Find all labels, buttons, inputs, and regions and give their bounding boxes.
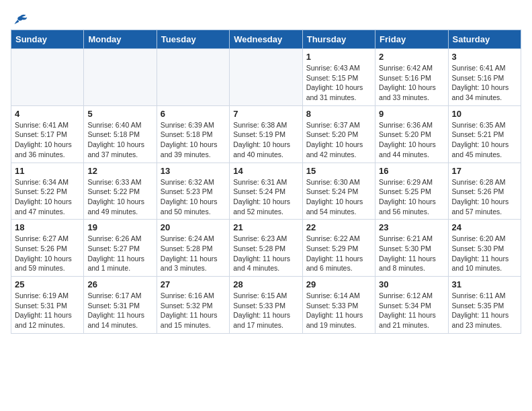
calendar-cell: 10Sunrise: 6:35 AM Sunset: 5:21 PM Dayli… bbox=[448, 105, 521, 163]
calendar-cell: 28Sunrise: 6:15 AM Sunset: 5:33 PM Dayli… bbox=[230, 277, 302, 334]
calendar-cell: 11Sunrise: 6:34 AM Sunset: 5:22 PM Dayli… bbox=[11, 163, 84, 220]
day-info: Sunrise: 6:23 AM Sunset: 5:28 PM Dayligh… bbox=[233, 234, 298, 273]
day-info: Sunrise: 6:30 AM Sunset: 5:24 PM Dayligh… bbox=[306, 177, 371, 217]
day-info: Sunrise: 6:24 AM Sunset: 5:28 PM Dayligh… bbox=[161, 234, 226, 273]
calendar-cell: 6Sunrise: 6:39 AM Sunset: 5:18 PM Daylig… bbox=[157, 105, 229, 163]
day-number: 7 bbox=[233, 109, 298, 119]
logo bbox=[11, 11, 28, 24]
day-number: 26 bbox=[87, 279, 152, 289]
calendar-cell: 12Sunrise: 6:33 AM Sunset: 5:22 PM Dayli… bbox=[84, 163, 157, 220]
weekday-header: Monday bbox=[84, 30, 157, 49]
day-number: 1 bbox=[306, 52, 371, 62]
logo-bird-icon bbox=[12, 13, 28, 27]
calendar-cell: 18Sunrise: 6:27 AM Sunset: 5:26 PM Dayli… bbox=[11, 220, 84, 277]
day-number: 8 bbox=[306, 109, 371, 119]
day-number: 16 bbox=[379, 166, 444, 176]
calendar-cell: 24Sunrise: 6:20 AM Sunset: 5:30 PM Dayli… bbox=[448, 220, 521, 277]
day-number: 2 bbox=[379, 52, 444, 62]
day-info: Sunrise: 6:15 AM Sunset: 5:33 PM Dayligh… bbox=[233, 291, 298, 330]
weekday-header: Thursday bbox=[302, 30, 375, 49]
day-number: 21 bbox=[233, 222, 298, 232]
calendar-cell: 19Sunrise: 6:26 AM Sunset: 5:27 PM Dayli… bbox=[84, 220, 157, 277]
calendar-cell: 31Sunrise: 6:11 AM Sunset: 5:35 PM Dayli… bbox=[448, 277, 521, 334]
day-info: Sunrise: 6:22 AM Sunset: 5:29 PM Dayligh… bbox=[306, 234, 371, 273]
calendar-table: SundayMondayTuesdayWednesdayThursdayFrid… bbox=[11, 30, 521, 334]
day-info: Sunrise: 6:26 AM Sunset: 5:27 PM Dayligh… bbox=[87, 234, 152, 273]
day-number: 3 bbox=[452, 52, 517, 62]
day-number: 18 bbox=[15, 222, 80, 232]
day-number: 15 bbox=[306, 166, 371, 176]
day-info: Sunrise: 6:41 AM Sunset: 5:17 PM Dayligh… bbox=[15, 120, 80, 160]
day-info: Sunrise: 6:16 AM Sunset: 5:32 PM Dayligh… bbox=[161, 291, 226, 330]
page-header bbox=[11, 11, 521, 24]
day-info: Sunrise: 6:34 AM Sunset: 5:22 PM Dayligh… bbox=[15, 177, 80, 217]
day-number: 17 bbox=[452, 166, 517, 176]
calendar-cell: 23Sunrise: 6:21 AM Sunset: 5:30 PM Dayli… bbox=[375, 220, 448, 277]
calendar-cell: 15Sunrise: 6:30 AM Sunset: 5:24 PM Dayli… bbox=[302, 163, 375, 220]
weekday-header: Sunday bbox=[11, 30, 84, 49]
day-info: Sunrise: 6:41 AM Sunset: 5:16 PM Dayligh… bbox=[452, 63, 517, 103]
calendar-cell: 3Sunrise: 6:41 AM Sunset: 5:16 PM Daylig… bbox=[448, 49, 521, 106]
calendar-cell: 16Sunrise: 6:29 AM Sunset: 5:25 PM Dayli… bbox=[375, 163, 448, 220]
calendar-cell: 27Sunrise: 6:16 AM Sunset: 5:32 PM Dayli… bbox=[157, 277, 229, 334]
day-number: 4 bbox=[15, 109, 80, 119]
calendar-cell: 7Sunrise: 6:38 AM Sunset: 5:19 PM Daylig… bbox=[230, 105, 302, 163]
calendar-cell: 29Sunrise: 6:14 AM Sunset: 5:33 PM Dayli… bbox=[302, 277, 375, 334]
calendar-cell: 8Sunrise: 6:37 AM Sunset: 5:20 PM Daylig… bbox=[302, 105, 375, 163]
day-number: 6 bbox=[161, 109, 226, 119]
day-number: 10 bbox=[452, 109, 517, 119]
calendar-cell: 22Sunrise: 6:22 AM Sunset: 5:29 PM Dayli… bbox=[302, 220, 375, 277]
calendar-cell: 14Sunrise: 6:31 AM Sunset: 5:24 PM Dayli… bbox=[230, 163, 302, 220]
day-info: Sunrise: 6:40 AM Sunset: 5:18 PM Dayligh… bbox=[87, 120, 152, 160]
calendar-cell: 4Sunrise: 6:41 AM Sunset: 5:17 PM Daylig… bbox=[11, 105, 84, 163]
day-info: Sunrise: 6:14 AM Sunset: 5:33 PM Dayligh… bbox=[306, 291, 371, 330]
week-row: 11Sunrise: 6:34 AM Sunset: 5:22 PM Dayli… bbox=[11, 163, 521, 220]
day-info: Sunrise: 6:36 AM Sunset: 5:20 PM Dayligh… bbox=[379, 120, 444, 160]
day-info: Sunrise: 6:33 AM Sunset: 5:22 PM Dayligh… bbox=[87, 177, 152, 217]
day-number: 20 bbox=[161, 222, 226, 232]
calendar-cell: 17Sunrise: 6:28 AM Sunset: 5:26 PM Dayli… bbox=[448, 163, 521, 220]
week-row: 1Sunrise: 6:43 AM Sunset: 5:15 PM Daylig… bbox=[11, 49, 521, 106]
day-number: 25 bbox=[15, 279, 80, 289]
day-info: Sunrise: 6:27 AM Sunset: 5:26 PM Dayligh… bbox=[15, 234, 80, 273]
day-number: 5 bbox=[87, 109, 152, 119]
day-number: 31 bbox=[452, 279, 517, 289]
day-number: 24 bbox=[452, 222, 517, 232]
day-info: Sunrise: 6:12 AM Sunset: 5:34 PM Dayligh… bbox=[379, 291, 444, 330]
calendar-cell: 13Sunrise: 6:32 AM Sunset: 5:23 PM Dayli… bbox=[157, 163, 229, 220]
weekday-header: Friday bbox=[375, 30, 448, 49]
calendar-cell: 20Sunrise: 6:24 AM Sunset: 5:28 PM Dayli… bbox=[157, 220, 229, 277]
day-info: Sunrise: 6:28 AM Sunset: 5:26 PM Dayligh… bbox=[452, 177, 517, 217]
week-row: 18Sunrise: 6:27 AM Sunset: 5:26 PM Dayli… bbox=[11, 220, 521, 277]
day-info: Sunrise: 6:32 AM Sunset: 5:23 PM Dayligh… bbox=[161, 177, 226, 217]
day-number: 29 bbox=[306, 279, 371, 289]
calendar-cell: 1Sunrise: 6:43 AM Sunset: 5:15 PM Daylig… bbox=[302, 49, 375, 106]
calendar-cell: 2Sunrise: 6:42 AM Sunset: 5:16 PM Daylig… bbox=[375, 49, 448, 106]
day-info: Sunrise: 6:39 AM Sunset: 5:18 PM Dayligh… bbox=[161, 120, 226, 160]
day-info: Sunrise: 6:17 AM Sunset: 5:31 PM Dayligh… bbox=[87, 291, 152, 330]
calendar-cell: 30Sunrise: 6:12 AM Sunset: 5:34 PM Dayli… bbox=[375, 277, 448, 334]
day-info: Sunrise: 6:20 AM Sunset: 5:30 PM Dayligh… bbox=[452, 234, 517, 273]
day-info: Sunrise: 6:19 AM Sunset: 5:31 PM Dayligh… bbox=[15, 291, 80, 330]
week-row: 25Sunrise: 6:19 AM Sunset: 5:31 PM Dayli… bbox=[11, 277, 521, 334]
day-number: 30 bbox=[379, 279, 444, 289]
day-info: Sunrise: 6:43 AM Sunset: 5:15 PM Dayligh… bbox=[306, 63, 371, 103]
day-info: Sunrise: 6:31 AM Sunset: 5:24 PM Dayligh… bbox=[233, 177, 298, 217]
calendar-cell: 9Sunrise: 6:36 AM Sunset: 5:20 PM Daylig… bbox=[375, 105, 448, 163]
day-number: 11 bbox=[15, 166, 80, 176]
day-number: 27 bbox=[161, 279, 226, 289]
calendar-cell bbox=[84, 49, 157, 106]
day-number: 23 bbox=[379, 222, 444, 232]
calendar-cell: 5Sunrise: 6:40 AM Sunset: 5:18 PM Daylig… bbox=[84, 105, 157, 163]
day-info: Sunrise: 6:21 AM Sunset: 5:30 PM Dayligh… bbox=[379, 234, 444, 273]
day-info: Sunrise: 6:38 AM Sunset: 5:19 PM Dayligh… bbox=[233, 120, 298, 160]
day-info: Sunrise: 6:11 AM Sunset: 5:35 PM Dayligh… bbox=[452, 291, 517, 330]
calendar-cell bbox=[157, 49, 229, 106]
calendar-header-row: SundayMondayTuesdayWednesdayThursdayFrid… bbox=[11, 30, 521, 49]
day-number: 19 bbox=[87, 222, 152, 232]
calendar-cell bbox=[230, 49, 302, 106]
day-number: 9 bbox=[379, 109, 444, 119]
calendar-cell: 26Sunrise: 6:17 AM Sunset: 5:31 PM Dayli… bbox=[84, 277, 157, 334]
day-info: Sunrise: 6:42 AM Sunset: 5:16 PM Dayligh… bbox=[379, 63, 444, 103]
day-number: 12 bbox=[87, 166, 152, 176]
